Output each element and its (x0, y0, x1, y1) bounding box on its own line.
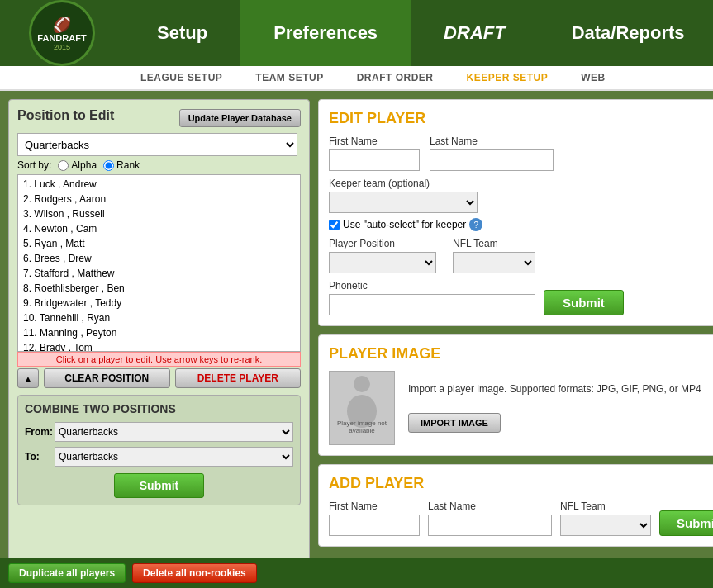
player-list-item[interactable]: 10. Tannehill , Ryan (20, 311, 298, 325)
combine-title: COMBINE TWO POSITIONS (25, 402, 293, 415)
first-name-label: First Name (329, 135, 420, 147)
player-list-item[interactable]: 9. Bridgewater , Teddy (20, 296, 298, 311)
position-nfl-row: Player Position NFL Team (329, 238, 713, 273)
player-list-item[interactable]: 3. Wilson , Russell (20, 206, 298, 221)
edit-player-submit-button[interactable]: Submit (544, 290, 624, 315)
import-image-button[interactable]: IMPORT IMAGE (408, 413, 501, 433)
add-player-submit-button[interactable]: Submit (659, 510, 713, 536)
duplicate-all-players-button[interactable]: Duplicate all players (8, 563, 126, 583)
first-name-group: First Name (329, 135, 420, 171)
logo-area: 🏈 FANDRAFT 2015 (0, 0, 124, 66)
delete-player-button[interactable]: DELETE PLAYER (175, 368, 302, 388)
phonetic-label: Phonetic (329, 280, 535, 292)
nav-tab-draft[interactable]: DRAFT (411, 0, 539, 66)
combine-to-row: To: Quarterbacks Running Backs Wide Rece… (25, 447, 293, 467)
sort-rank-radio[interactable] (103, 160, 114, 171)
edit-player-section: EDIT PLAYER First Name Last Name Keeper … (318, 99, 713, 326)
nfl-team-label: NFL Team (453, 238, 535, 249)
add-nfl-team-group: NFL Team (560, 500, 651, 536)
phonetic-row: Phonetic Submit (329, 280, 713, 315)
image-import-info: Import a player image. Supported formats… (408, 383, 713, 395)
nfl-team-group: NFL Team (453, 238, 535, 273)
phonetic-input[interactable] (329, 294, 535, 315)
player-image-section: PLAYER IMAGE Player image not available … (318, 334, 713, 456)
sort-alpha-radio[interactable] (58, 160, 69, 171)
phonetic-group: Phonetic (329, 280, 535, 315)
add-nfl-team-label: NFL Team (560, 500, 651, 512)
nav-tab-preferences[interactable]: Preferences (240, 0, 411, 66)
position-edit-section: Position to Edit Update Player Database … (17, 108, 301, 388)
last-name-group: Last Name (430, 135, 554, 171)
nav-tab-setup[interactable]: Setup (124, 0, 240, 66)
sort-row: Sort by: Alpha Rank (17, 159, 301, 171)
player-list-item[interactable]: 5. Ryan , Matt (20, 236, 298, 251)
app-header: 🏈 FANDRAFT 2015 Setup Preferences DRAFT … (0, 0, 713, 66)
player-list-item[interactable]: 1. Luck , Andrew (20, 177, 298, 192)
position-select[interactable]: Quarterbacks Running Backs Wide Receiver… (17, 133, 297, 156)
player-list-item[interactable]: 12. Brady , Tom (20, 340, 298, 352)
edit-player-heading: EDIT PLAYER (329, 110, 713, 127)
auto-select-row: Use "auto-select" for keeper ? (329, 218, 713, 231)
player-position-label: Player Position (329, 238, 436, 249)
keeper-team-group: Keeper team (optional) (329, 178, 713, 213)
player-list-item[interactable]: 6. Brees , Drew (20, 251, 298, 266)
add-last-name-input[interactable] (428, 514, 552, 536)
last-name-input[interactable] (430, 149, 554, 171)
player-position-select[interactable] (329, 252, 436, 273)
combine-submit-button[interactable]: Submit (114, 473, 204, 498)
name-row: First Name Last Name (329, 135, 713, 171)
main-nav: Setup Preferences DRAFT Data/Reports (124, 0, 713, 66)
sort-rank-label[interactable]: Rank (103, 159, 140, 171)
football-icon: 🏈 (53, 16, 71, 34)
combine-from-select[interactable]: Quarterbacks Running Backs Wide Receiver… (55, 422, 293, 442)
sub-nav: LEAGUE SETUP TEAM SETUP DRAFT ORDER KEEP… (0, 66, 713, 91)
right-panel: EDIT PLAYER First Name Last Name Keeper … (318, 99, 713, 578)
subnav-draft-order[interactable]: DRAFT ORDER (340, 66, 450, 89)
move-up-icon[interactable]: ▲ (17, 368, 39, 388)
list-actions: ▲ CLEAR POSITION DELETE PLAYER (17, 368, 301, 388)
bottom-bar: Duplicate all players Delete all non-roo… (0, 558, 713, 588)
combine-section: COMBINE TWO POSITIONS From: Quarterbacks… (17, 395, 301, 505)
subnav-web[interactable]: WEB (564, 66, 622, 89)
position-edit-title: Position to Edit (17, 108, 114, 123)
add-last-name-group: Last Name (428, 500, 552, 536)
app-logo: 🏈 FANDRAFT 2015 (29, 0, 95, 66)
player-list-item[interactable]: 8. Roethlisberger , Ben (20, 281, 298, 296)
player-image-heading: PLAYER IMAGE (329, 345, 713, 363)
add-last-name-label: Last Name (428, 500, 552, 512)
keeper-team-label: Keeper team (optional) (329, 178, 713, 189)
last-name-label: Last Name (430, 135, 554, 147)
nav-tab-data-reports[interactable]: Data/Reports (539, 0, 713, 66)
position-edit-header: Position to Edit Update Player Database (17, 108, 301, 128)
player-list-item[interactable]: 7. Stafford , Matthew (20, 266, 298, 281)
first-name-input[interactable] (329, 149, 420, 171)
add-player-heading: ADD PLAYER (329, 475, 713, 492)
subnav-league-setup[interactable]: LEAGUE SETUP (124, 66, 239, 89)
add-first-name-input[interactable] (329, 514, 420, 536)
add-player-row: First Name Last Name NFL Team Submit (329, 500, 713, 536)
clear-position-button[interactable]: CLEAR POSITION (44, 368, 170, 388)
image-info: Import a player image. Supported formats… (408, 383, 713, 433)
delete-all-non-rookies-button[interactable]: Delete all non-rookies (132, 563, 257, 583)
combine-from-label: From: (25, 426, 50, 438)
player-list-item[interactable]: 4. Newton , Cam (20, 221, 298, 236)
subnav-keeper-setup[interactable]: KEEPER SETUP (450, 66, 565, 89)
add-nfl-team-select[interactable] (560, 514, 651, 536)
auto-select-checkbox[interactable] (329, 220, 340, 230)
help-icon[interactable]: ? (469, 218, 482, 231)
auto-select-label: Use "auto-select" for keeper (343, 219, 466, 230)
logo-name: FANDRAFT (37, 34, 86, 43)
logo-year: 2015 (54, 43, 70, 51)
keeper-team-select[interactable] (329, 192, 478, 213)
main-content: Position to Edit Update Player Database … (0, 91, 713, 586)
sort-alpha-label[interactable]: Alpha (58, 159, 97, 171)
player-silhouette: Player image not available (329, 371, 395, 445)
sort-label: Sort by: (17, 159, 51, 171)
player-list-item[interactable]: 11. Manning , Peyton (20, 325, 298, 340)
subnav-team-setup[interactable]: TEAM SETUP (239, 66, 340, 89)
combine-to-select[interactable]: Quarterbacks Running Backs Wide Receiver… (55, 447, 293, 467)
nfl-team-select[interactable] (453, 252, 535, 273)
player-position-group: Player Position (329, 238, 436, 273)
update-player-database-button[interactable]: Update Player Database (179, 109, 301, 127)
player-list-item[interactable]: 2. Rodgers , Aaron (20, 192, 298, 206)
